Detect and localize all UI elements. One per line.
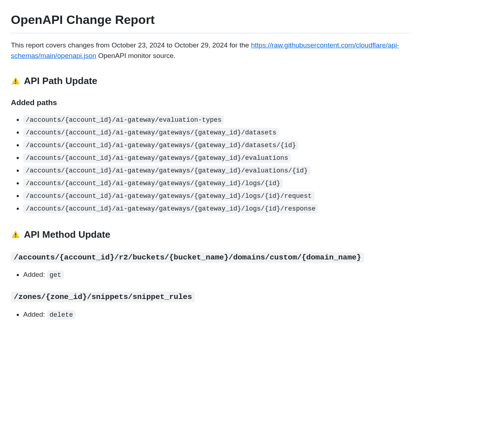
api-path: /accounts/{account_id}/ai-gateway/evalua… <box>23 115 224 125</box>
api-path: /accounts/{account_id}/ai-gateway/gatewa… <box>23 153 291 163</box>
list-item: Added: delete <box>23 308 412 321</box>
intro-text-before: This report covers changes from October … <box>11 41 251 49</box>
list-item: /accounts/{account_id}/ai-gateway/gatewa… <box>23 164 412 177</box>
list-item: /accounts/{account_id}/ai-gateway/gatewa… <box>23 126 412 139</box>
api-path: /accounts/{account_id}/ai-gateway/gatewa… <box>23 166 310 175</box>
added-label: Added: <box>23 271 47 278</box>
http-method: get <box>47 270 64 280</box>
svg-rect-0 <box>15 79 16 82</box>
svg-rect-2 <box>15 233 16 236</box>
api-method-update-heading: API Method Update <box>11 227 412 242</box>
api-method-update-label: API Method Update <box>24 227 110 242</box>
api-path: /accounts/{account_id}/ai-gateway/gatewa… <box>23 141 298 150</box>
warning-icon <box>11 230 20 239</box>
api-path-update-heading: API Path Update <box>11 74 412 88</box>
warning-icon <box>11 76 20 86</box>
list-item: Added: get <box>23 269 412 281</box>
added-label: Added: <box>23 311 47 318</box>
svg-point-1 <box>15 83 16 84</box>
api-path: /accounts/{account_id}/r2/buckets/{bucke… <box>11 252 364 263</box>
method-path-heading: /accounts/{account_id}/r2/buckets/{bucke… <box>11 250 412 264</box>
method-change-list: Added: delete <box>11 308 412 321</box>
list-item: /accounts/{account_id}/ai-gateway/gatewa… <box>23 177 412 190</box>
intro-paragraph: This report covers changes from October … <box>11 40 412 61</box>
added-paths-heading: Added paths <box>11 97 412 109</box>
method-path-heading: /zones/{zone_id}/snippets/snippet_rules <box>11 290 412 303</box>
list-item: /accounts/{account_id}/ai-gateway/gatewa… <box>23 190 412 202</box>
page-title: OpenAPI Change Report <box>11 10 412 33</box>
api-path: /accounts/{account_id}/ai-gateway/gatewa… <box>23 128 279 137</box>
list-item: /accounts/{account_id}/ai-gateway/gatewa… <box>23 139 412 151</box>
added-paths-list: /accounts/{account_id}/ai-gateway/evalua… <box>11 113 412 215</box>
api-path: /zones/{zone_id}/snippets/snippet_rules <box>11 292 195 302</box>
api-path: /accounts/{account_id}/ai-gateway/gatewa… <box>23 191 314 201</box>
list-item: /accounts/{account_id}/ai-gateway/gatewa… <box>23 151 412 164</box>
api-path-update-label: API Path Update <box>24 74 97 88</box>
svg-point-3 <box>15 236 16 237</box>
list-item: /accounts/{account_id}/ai-gateway/gatewa… <box>23 202 412 215</box>
api-path: /accounts/{account_id}/ai-gateway/gatewa… <box>23 204 318 213</box>
http-method: delete <box>47 310 76 320</box>
intro-text-after: OpenAPI monitor source. <box>96 52 176 59</box>
method-change-list: Added: get <box>11 269 412 281</box>
api-path: /accounts/{account_id}/ai-gateway/gatewa… <box>23 179 283 188</box>
list-item: /accounts/{account_id}/ai-gateway/evalua… <box>23 113 412 126</box>
